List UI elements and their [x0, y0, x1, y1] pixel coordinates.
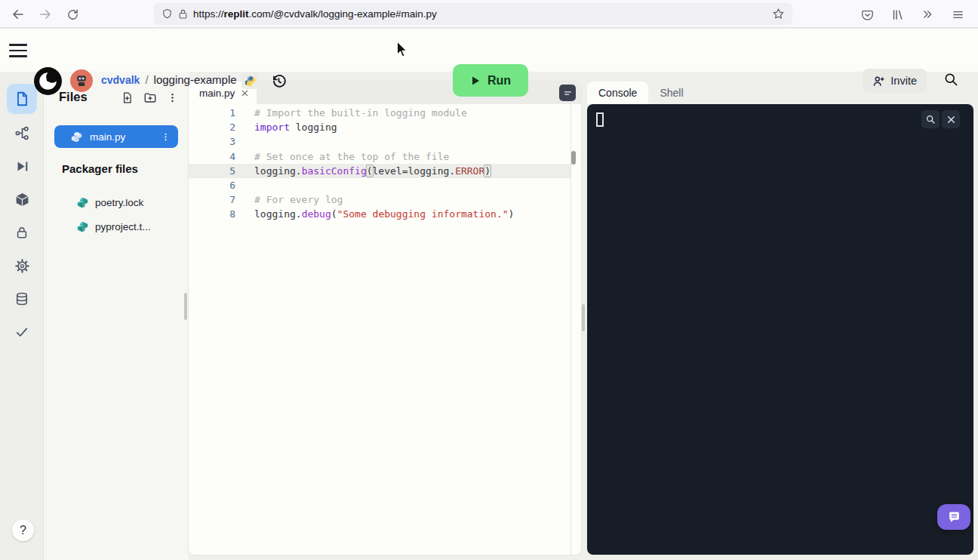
code-text: logging.basicConfig(level=logging.ERROR)	[241, 164, 491, 178]
robot-avatar-icon	[74, 73, 89, 88]
files-icon	[14, 91, 30, 107]
code-line[interactable]: 6	[189, 178, 570, 192]
url-text[interactable]: https://replit.com/@cvdvalk/logging-exam…	[193, 8, 767, 20]
console-pane: Console Shell	[587, 82, 973, 555]
add-file-button[interactable]	[121, 91, 134, 104]
file-item-label: main.py	[90, 131, 153, 143]
console-close-button[interactable]	[942, 110, 960, 128]
terminal-cursor	[596, 112, 604, 127]
output-log-icon	[563, 88, 573, 98]
graph-fork-icon	[14, 125, 30, 141]
file-item-pyproject[interactable]: pyproject.t...	[77, 217, 183, 235]
rail-item-secrets[interactable]	[7, 217, 37, 248]
code-line[interactable]: 3	[189, 134, 570, 149]
library-icon	[891, 8, 904, 21]
invite-button[interactable]: Invite	[863, 69, 927, 93]
code-line[interactable]: 7# For every log	[189, 192, 570, 207]
workspace-logo[interactable]	[34, 67, 62, 95]
line-number: 1	[189, 106, 241, 120]
avatar[interactable]	[70, 69, 93, 92]
console-actions	[921, 110, 960, 128]
file-item-label: poetry.lock	[95, 197, 143, 208]
chat-button[interactable]	[937, 504, 970, 530]
play-to-end-icon	[15, 159, 29, 174]
rail-item-settings[interactable]	[7, 251, 37, 281]
console-search-button[interactable]	[921, 110, 940, 128]
line-number: 6	[189, 178, 241, 192]
code-text: logging.debug("Some debugging informatio…	[241, 207, 514, 221]
rail-item-packages[interactable]	[7, 184, 37, 214]
files-actions	[121, 91, 178, 104]
run-button[interactable]: Run	[453, 64, 528, 97]
rail-item-files[interactable]	[7, 84, 37, 114]
add-folder-icon	[143, 91, 157, 104]
breadcrumb: cvdvalk / logging-example	[101, 73, 237, 86]
breadcrumb-repl-name[interactable]: logging-example	[154, 73, 237, 86]
chat-bubble-icon	[947, 510, 961, 525]
bookmark-star-icon[interactable]	[772, 8, 785, 20]
close-tab-icon[interactable]	[241, 89, 249, 97]
sidebar-menu-button[interactable]	[9, 42, 27, 60]
browser-menu-button[interactable]	[946, 4, 969, 25]
code-line[interactable]: 4# Set once at the top of the file	[189, 149, 570, 164]
history-button[interactable]	[269, 71, 288, 91]
line-number: 7	[189, 192, 241, 207]
toolbar-overflow-button[interactable]	[916, 4, 939, 25]
forward-button[interactable]	[34, 3, 57, 26]
help-button[interactable]: ?	[12, 519, 34, 541]
code-text	[241, 178, 254, 192]
history-icon	[271, 73, 287, 89]
files-menu-button[interactable]	[167, 92, 178, 103]
breadcrumb-separator: /	[145, 73, 148, 86]
editor-resize-handle[interactable]	[582, 304, 585, 331]
lock-icon	[14, 225, 29, 240]
search-icon	[925, 114, 936, 125]
editor-scrollbar-thumb[interactable]	[571, 151, 576, 165]
breadcrumb-owner[interactable]: cvdvalk	[101, 74, 140, 86]
file-item-poetry-lock[interactable]: poetry.lock	[77, 193, 183, 211]
tab-console[interactable]: Console	[587, 82, 648, 104]
rail-item-database[interactable]	[7, 284, 37, 314]
console-output[interactable]	[587, 104, 973, 555]
add-file-icon	[121, 91, 134, 104]
code-line[interactable]: 8logging.debug("Some debugging informati…	[189, 207, 570, 221]
tab-shell[interactable]: Shell	[648, 82, 694, 104]
files-resize-handle[interactable]	[184, 293, 187, 320]
browser-chrome: https://replit.com/@cvdvalk/logging-exam…	[0, 0, 978, 28]
browser-toolbar-right	[856, 3, 969, 26]
library-button[interactable]	[886, 4, 909, 25]
editor-scrollbar-track	[570, 104, 571, 555]
logo-swirl-icon	[34, 67, 62, 95]
code-area[interactable]: 1# Import the built-in logging module2im…	[189, 104, 570, 555]
url-bar[interactable]: https://replit.com/@cvdvalk/logging-exam…	[154, 3, 792, 25]
file-item-main-py[interactable]: main.py	[54, 125, 178, 148]
packager-section-title: Packager files	[62, 162, 138, 175]
file-item-label: pyproject.t...	[95, 221, 151, 232]
code-line[interactable]: 5logging.basicConfig(level=logging.ERROR…	[189, 164, 570, 178]
editor-layout-button[interactable]	[559, 85, 576, 101]
code-line[interactable]: 2import logging	[189, 120, 570, 134]
header-search-button[interactable]	[943, 72, 958, 87]
lock-icon	[178, 8, 188, 20]
rail-item-checks[interactable]	[7, 317, 37, 347]
code-line[interactable]: 1# Import the built-in logging module	[189, 106, 570, 120]
line-number: 2	[189, 120, 241, 134]
rail-item-run-steps[interactable]	[7, 151, 37, 181]
python-file-icon	[71, 131, 82, 143]
line-number: 5	[189, 164, 241, 178]
double-chevron-icon	[921, 8, 933, 20]
pocket-button[interactable]	[856, 4, 878, 25]
language-badge	[241, 72, 258, 89]
editor-pane: main.py 1# Import the built-in logging m…	[189, 82, 581, 555]
file-kebab-icon[interactable]	[161, 132, 171, 142]
back-button[interactable]	[7, 3, 29, 26]
add-folder-button[interactable]	[143, 91, 157, 104]
pocket-icon	[861, 8, 874, 21]
database-icon	[14, 291, 29, 306]
left-rail: ?	[0, 72, 44, 560]
line-number: 8	[189, 207, 241, 221]
rail-item-version-graph[interactable]	[7, 118, 37, 148]
help-label: ?	[20, 524, 26, 537]
forward-icon	[38, 8, 52, 21]
reload-button[interactable]	[61, 3, 84, 26]
